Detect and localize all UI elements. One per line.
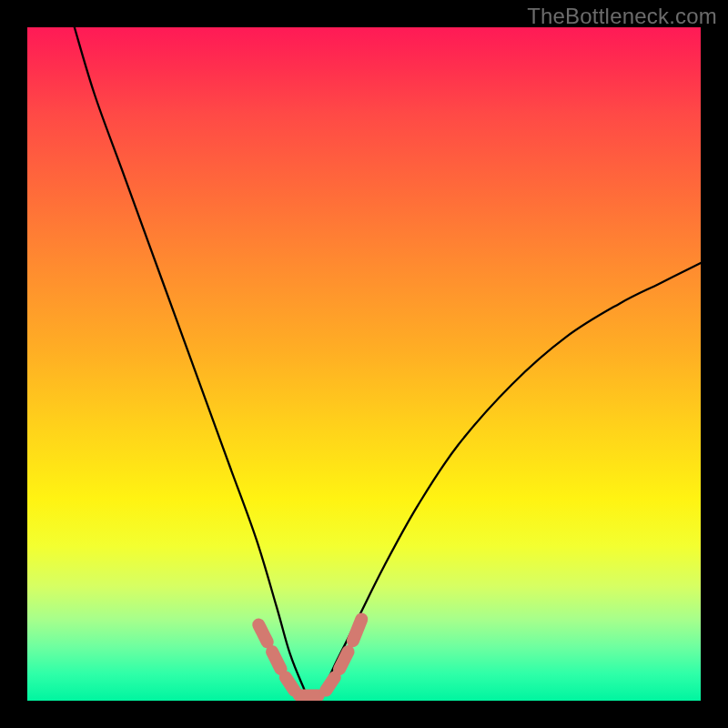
highlight-dash bbox=[286, 677, 294, 690]
chart-plot-area bbox=[27, 27, 701, 701]
highlight-dash bbox=[258, 625, 267, 642]
source-attribution: TheBottleneck.com bbox=[527, 4, 717, 29]
chart-frame: TheBottleneck.com bbox=[0, 0, 728, 728]
highlight-dash bbox=[339, 652, 348, 669]
bottleneck-curve bbox=[27, 27, 701, 701]
highlight-dash bbox=[326, 677, 334, 690]
highlight-dash bbox=[272, 652, 280, 669]
highlight-dash bbox=[353, 619, 361, 641]
